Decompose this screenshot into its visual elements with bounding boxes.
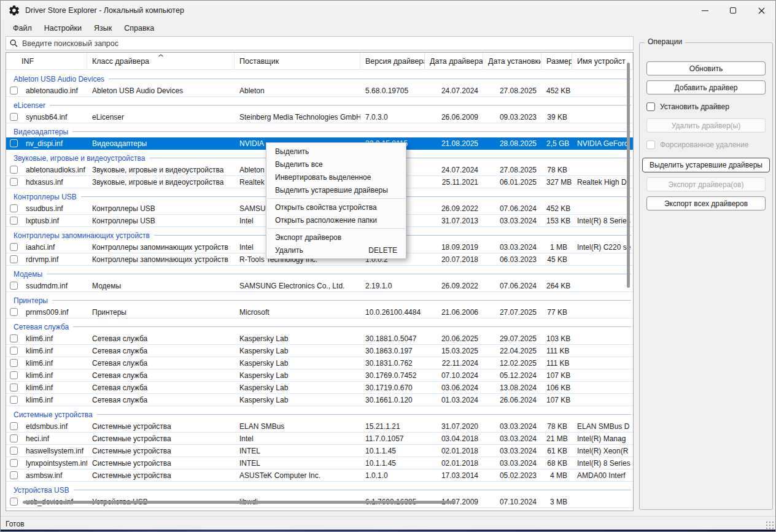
cell-driver_date: 24.07.2024 [425,166,483,174]
column-header-3[interactable]: Версия драйвера [360,53,425,69]
row-checkbox[interactable] [10,347,18,355]
cell-driver_date: 20.07.2018 [425,255,483,264]
maximize-button[interactable] [719,1,747,20]
export-all-drivers-button[interactable]: Экспорт всех драйверов [646,196,766,210]
context-menu-item-select[interactable]: Выделить [266,145,406,158]
vertical-scrollbar[interactable] [627,63,630,288]
group-label: Контроллеры запоминающих устройств [14,231,150,240]
context-menu-item-select-all[interactable]: Выделить все [266,158,406,171]
row-checkbox[interactable] [10,498,18,506]
cell-inf-text: klim6.inf [26,384,53,392]
table-row[interactable]: etdsmbus.infСистемные устройстваELAN SMB… [6,420,633,433]
menu-settings[interactable]: Настройки [38,21,88,35]
minimize-button[interactable] [691,1,719,20]
operations-panel-title: Операции [645,37,685,46]
table-row[interactable]: synusb64.infeLicenserSteinberg Media Tec… [6,111,633,123]
refresh-button[interactable]: Обновить [646,61,766,75]
context-menu-item-select-old-drivers[interactable]: Выделить устаревшие драйверы [266,183,406,196]
row-checkbox[interactable] [10,334,18,342]
cell-inf: abletonaudioks.inf [6,166,87,174]
menu-help[interactable]: Справка [118,21,160,35]
row-checkbox[interactable] [10,459,18,467]
cell-driver_date: 17.03.2014 [425,471,483,480]
table-row[interactable]: klim6.infСетевая службаKaspersky Lab30.1… [6,382,633,394]
cell-inf: klim6.inf [6,384,87,392]
row-checkbox[interactable] [10,178,18,186]
menu-language[interactable]: Язык [88,21,118,35]
row-checkbox[interactable] [10,422,18,430]
row-checkbox[interactable] [10,166,18,174]
horizontal-scrollbar[interactable] [23,501,456,504]
context-menu-item-label: Выделить [275,147,309,156]
column-header-7[interactable]: Имя устройст [572,53,633,69]
row-checkbox[interactable] [10,359,18,367]
cell-version: 5.68.0.19705 [360,87,425,95]
cell-class: Модемы [87,282,235,290]
cell-class: Контроллеры запоминающих устройств [87,255,235,264]
row-checkbox[interactable] [10,396,18,404]
context-menu-item-delete[interactable]: УдалитьDELETE [266,244,406,256]
add-driver-button[interactable]: Добавить драйвер [646,80,766,94]
cell-class: Сетевая служба [87,371,235,380]
table-row[interactable]: asmbsw.infСистемные устройстваASUSTeK Co… [6,469,633,482]
row-checkbox[interactable] [10,87,18,94]
context-menu-item-invert-selection[interactable]: Инвертировать выделенное [266,171,406,183]
table-row[interactable]: heci.infСистемные устройстваIntel11.7.0.… [6,433,633,445]
cell-class: Сетевая служба [87,384,235,392]
context-menu-item-open-folder-location[interactable]: Открыть расположение папки [266,214,406,226]
table-row[interactable]: lynxpointsystem.infСистемные устройстваI… [6,457,633,469]
group-label: eLicenser [14,101,45,110]
column-header-2[interactable]: Поставщик [235,53,360,69]
table-row[interactable]: abletonaudio.infAbleton USB Audio Device… [6,85,633,97]
row-checkbox[interactable] [10,308,18,316]
install-driver-checkbox[interactable]: Установить драйвер [646,102,766,111]
column-header-6[interactable]: Размер [541,53,572,69]
cell-class: Видеоадаптеры [87,139,235,148]
checkbox-icon [646,102,655,111]
cell-version: 30.1863.0.197 [360,347,425,355]
column-header-1[interactable]: Класс драйвера [87,53,235,69]
table-row[interactable]: prnms009.infПринтерыMicrosoft10.0.26100.… [6,306,633,318]
row-checkbox[interactable] [10,139,18,147]
menu-file[interactable]: Файл [7,21,38,35]
row-checkbox[interactable] [10,204,18,212]
table-row[interactable]: ssudmdm.infМодемыSAMSUNG Electronics Co.… [6,280,633,292]
row-checkbox[interactable] [10,371,18,379]
resize-grip-icon[interactable] [766,521,774,529]
table-row[interactable]: klim6.infСетевая службаKaspersky Lab30.1… [6,333,633,345]
table-body: Ableton USB Audio Devicesabletonaudio.in… [6,71,633,511]
search-input[interactable] [22,39,633,48]
row-checkbox[interactable] [10,255,18,263]
close-button[interactable] [747,1,775,20]
table-row[interactable]: klim6.infСетевая службаKaspersky Lab30.1… [6,394,633,406]
column-header-5[interactable]: Дата установки [483,53,541,69]
menubar: ФайлНастройкиЯзыкСправка [1,20,775,36]
group-label: Контроллеры USB [14,193,77,201]
cell-version: 7.0.3.0 [360,113,425,121]
row-checkbox[interactable] [10,434,18,442]
cell-vendor: Kaspersky Lab [235,347,360,355]
row-checkbox[interactable] [10,217,18,225]
delete-drivers-button: Удалить драйвер(ы) [646,118,766,133]
cell-driver_date: 22.11.2024 [425,359,483,368]
group-label: Модемы [14,270,42,279]
cell-device: Intel(R) Xeon(R [572,447,633,455]
cell-inf-text: hdxasus.inf [26,178,63,187]
row-checkbox[interactable] [10,471,18,479]
row-checkbox[interactable] [10,113,18,121]
context-menu-item-open-device-properties[interactable]: Открыть свойства устройства [266,201,406,214]
context-menu-item-export-drivers[interactable]: Экспорт драйверов [266,231,406,244]
row-checkbox[interactable] [10,447,18,455]
cell-install_date: 03.03.2024 [483,217,541,225]
table-row[interactable]: klim6.infСетевая службаKaspersky Lab30.1… [6,369,633,382]
row-checkbox[interactable] [10,243,18,251]
table-row[interactable]: klim6.infСетевая службаKaspersky Lab30.1… [6,357,633,369]
cell-vendor: ELAN SMBus [235,422,360,431]
column-header-4[interactable]: Дата драйвера [425,53,483,69]
row-checkbox[interactable] [10,384,18,391]
column-header-0[interactable]: INF [6,53,87,69]
row-checkbox[interactable] [10,282,18,290]
select-old-drivers-button[interactable]: Выделить устаревшие драйверы [642,158,770,172]
table-row[interactable]: haswellsystem.infСистемные устройстваINT… [6,445,633,457]
table-row[interactable]: klim6.infСетевая службаKaspersky Lab30.1… [6,345,633,357]
